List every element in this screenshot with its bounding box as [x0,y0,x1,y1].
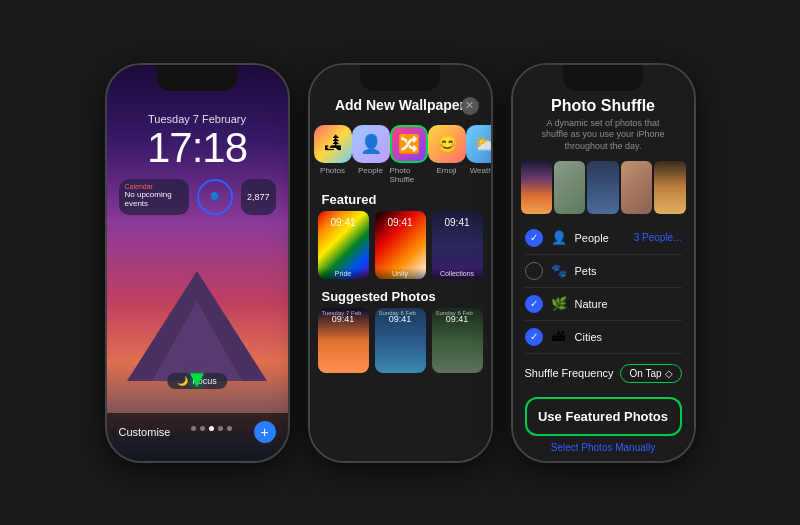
green-arrow-down: ▼ [185,365,209,393]
check-icon: ✓ [530,232,538,243]
phone-2: Add New Wallpaper ✕ 🏞 Photos 👤 People 🔀 … [308,63,493,463]
emoji-icon: 😊 [428,125,466,163]
suggested-row: Tuesday 7 Feb 09:41 Sunday 6 Feb 09:41 S… [310,308,491,373]
suggested-city[interactable]: Sunday 6 Feb 09:41 [375,308,426,373]
dot-2 [200,426,205,431]
wtype-emoji[interactable]: 😊 Emoji [428,125,466,184]
photos-icon: 🏞 [314,125,352,163]
phone-1-notch [157,65,237,91]
nature-option-icon: 🌿 [551,296,567,311]
check-icon-3: ✓ [530,331,538,342]
emoji-label: Emoji [436,166,456,175]
option-pets[interactable]: 🐾 Pets ◀ [525,255,682,288]
add-wallpaper-button[interactable]: + [254,421,276,443]
unity-label: Unity [375,268,426,279]
people-label: People [358,166,383,175]
photo-grid [513,161,694,222]
phone1-widgets: Calendar No upcoming events 🔵 2,877 [107,179,288,215]
pride-label: Pride [318,268,369,279]
option-nature-label: Nature [575,298,682,310]
phone1-minute: 18 [202,124,247,171]
pets-option-icon: 🐾 [551,263,567,278]
phone-3: Photo Shuffle A dynamic set of photos th… [511,63,696,463]
photo-grid-city [587,161,618,214]
check-icon-2: ✓ [530,298,538,309]
scard-time-2: 09:41 [389,314,412,324]
people-option-icon: 👤 [551,230,567,245]
option-cities[interactable]: ✓ 🏙 Cities [525,321,682,354]
photo-grid-person [621,161,652,214]
select-photos-manually-link[interactable]: Select Photos Manually [513,440,694,461]
option-nature[interactable]: ✓ 🌿 Nature [525,288,682,321]
dot-5 [227,426,232,431]
wtype-people[interactable]: 👤 People [352,125,390,184]
option-people-check: ✓ [525,229,543,247]
phone1-time-area: Tuesday 7 February 17:18 [147,113,247,169]
suggested-sunrise[interactable]: Tuesday 7 Feb 09:41 [318,308,369,373]
modal-title: Add New Wallpaper [335,97,465,113]
scene: Tuesday 7 February 17:18 Calendar No upc… [85,43,716,483]
photo-shuffle-title: Photo Shuffle [525,97,682,115]
weather-label: Weath... [470,166,491,175]
people-icon: 👤 [352,125,390,163]
suggested-urban[interactable]: Sunday 6 Feb 09:41 [432,308,483,373]
dot-4 [218,426,223,431]
featured-row: 09:41 Pride 09:41 Unity 09:41 Collection… [310,211,491,285]
widget-num: 2,877 [241,179,276,215]
option-pets-check [525,262,543,280]
option-people-link[interactable]: 3 People... [634,232,682,243]
widget-calendar: Calendar No upcoming events [119,179,189,215]
scard-time-1: 09:41 [332,314,355,324]
option-cities-label: Cities [575,331,682,343]
option-nature-check: ✓ [525,295,543,313]
dot-3-active [209,426,214,431]
option-people[interactable]: ✓ 👤 People 3 People... [525,222,682,255]
dots-row [191,426,232,431]
pride-time: 09:41 [330,217,355,228]
wtype-weather[interactable]: ⛅ Weath... [466,125,491,184]
customise-button[interactable]: Customise [119,426,171,438]
phone-3-notch [563,65,643,91]
shuffle-label: Photo Shuffle [390,166,428,184]
featured-section-label: Featured [310,188,491,211]
shuffle-freq-label: Shuffle Frequency [525,367,614,379]
suggested-section-label: Suggested Photos [310,285,491,308]
cities-option-icon: 🏙 [551,329,567,344]
scard-time-3: 09:41 [446,314,469,324]
customise-label: Customise [119,426,171,438]
collections-label: Collections [432,268,483,279]
featured-unity[interactable]: 09:41 Unity [375,211,426,279]
use-featured-photos-button[interactable]: Use Featured Photos [525,397,682,436]
photo-grid-warmlight [654,161,685,214]
phone1-bottom-bar: Customise + [107,413,288,461]
shuffle-icon: 🔀 [390,125,428,163]
shuffle-frequency-row: Shuffle Frequency On Tap ◇ [513,356,694,391]
option-people-label: People [575,232,626,244]
photos-label: Photos [320,166,345,175]
wallpaper-types: 🏞 Photos 👤 People 🔀 Photo Shuffle 😊 Emoj… [310,121,491,188]
wtype-shuffle[interactable]: 🔀 Photo Shuffle [390,125,428,184]
photo-grid-sunset [521,161,552,214]
option-pets-label: Pets [575,265,682,277]
widget-circle-icon: 🔵 [210,192,220,201]
widget-calendar-title: Calendar [125,183,183,190]
widget-calendar-body: No upcoming events [125,190,183,208]
widget-circle: 🔵 [197,179,233,215]
phone1-colon: : [192,124,203,171]
phone-2-notch [360,65,440,91]
phone1-hour: 17 [147,124,192,171]
phone-1: Tuesday 7 February 17:18 Calendar No upc… [105,63,290,463]
photo-grid-portrait [554,161,585,214]
unity-time: 09:41 [387,217,412,228]
photo-shuffle-subtitle: A dynamic set of photos that shuffle as … [525,118,682,153]
wtype-photos[interactable]: 🏞 Photos [314,125,352,184]
option-cities-check: ✓ [525,328,543,346]
shuffle-freq-text: On Tap [629,368,661,379]
modal-close-button[interactable]: ✕ [461,97,479,115]
shuffle-freq-value[interactable]: On Tap ◇ [620,364,681,383]
featured-pride[interactable]: 09:41 Pride [318,211,369,279]
featured-collections[interactable]: 09:41 Collections [432,211,483,279]
collections-time: 09:41 [444,217,469,228]
shuffle-freq-chevron: ◇ [665,368,673,379]
phone1-date: Tuesday 7 February [147,113,247,125]
